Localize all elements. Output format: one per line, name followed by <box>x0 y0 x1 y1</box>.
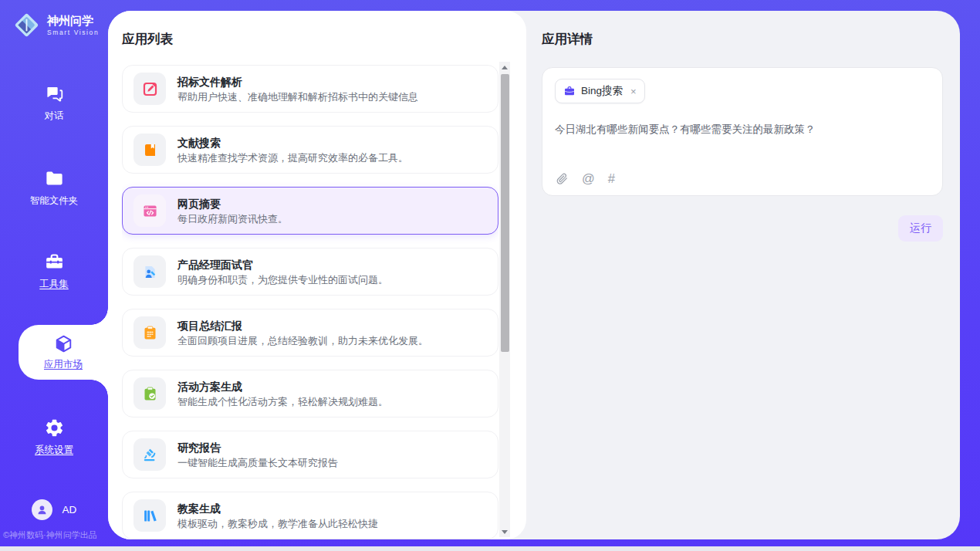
sidebar-item-chat[interactable]: 对话 <box>0 83 108 123</box>
app-card[interactable]: 项目总结汇报全面回顾项目进展，总结经验教训，助力未来优化发展。 <box>122 309 498 357</box>
gear-icon <box>44 417 65 438</box>
web-window-icon <box>133 194 166 227</box>
app-card-title: 文献搜索 <box>177 137 408 149</box>
cube-icon <box>53 333 74 354</box>
app-detail-title: 应用详情 <box>542 31 943 48</box>
sidebar-item-smart-folders[interactable]: 智能文件夹 <box>0 168 108 208</box>
app-card-title: 网页摘要 <box>177 198 288 210</box>
prompt-toolbar: @ # <box>556 172 615 185</box>
sidebar-item-label: 系统设置 <box>35 444 73 457</box>
scroll-up-arrow-icon[interactable] <box>499 62 510 73</box>
user-row[interactable]: AD <box>0 499 108 520</box>
app-card-description: 智能生成个性化活动方案，轻松解决规划难题。 <box>177 397 388 407</box>
tool-chip-label: Bing搜索 <box>581 84 623 98</box>
app-card[interactable]: 文献搜索快速精准查找学术资源，提高研究效率的必备工具。 <box>122 126 498 174</box>
query-text: 今日湖北有哪些新闻要点？有哪些需要关注的最新政策？ <box>555 122 930 137</box>
microscope-icon <box>133 438 166 471</box>
app-card[interactable]: 网页摘要每日政府新闻资讯快查。 <box>122 187 498 235</box>
sidebar-item-settings[interactable]: 系统设置 <box>0 417 108 457</box>
app-card-title: 教案生成 <box>177 502 378 515</box>
briefcase-icon <box>563 85 576 97</box>
tool-chip-bing-search[interactable]: Bing搜索 × <box>555 79 645 103</box>
app-list-panel: 应用列表 招标文件解析帮助用户快速、准确地理解和解析招标书中的关键信息文献搜索快… <box>108 11 526 539</box>
copyright-text: ©神州数码·神州问学出品 <box>3 529 97 541</box>
app-card[interactable]: 招标文件解析帮助用户快速、准确地理解和解析招标书中的关键信息 <box>122 65 498 113</box>
brand-logo: 神州问学 Smart Vision <box>12 11 99 39</box>
user-initials: AD <box>63 504 77 516</box>
app-window: 神州问学 Smart Vision 对话智能文件夹工具集应用市场系统设置 AD … <box>0 0 980 551</box>
scroll-down-arrow-icon[interactable] <box>499 526 510 537</box>
app-card-description: 帮助用户快速、准确地理解和解析招标书中的关键信息 <box>177 92 418 103</box>
app-list-title: 应用列表 <box>122 31 173 48</box>
app-card[interactable]: 研究报告一键智能生成高质量长文本研究报告 <box>122 431 498 478</box>
app-card-description: 全面回顾项目进展，总结经验教训，助力未来优化发展。 <box>177 336 428 346</box>
sidebar-item-label: 智能文件夹 <box>30 194 79 208</box>
app-card-description: 模板驱动，教案秒成，教学准备从此轻松快捷 <box>177 519 378 529</box>
app-card-title: 研究报告 <box>177 441 338 454</box>
run-button[interactable]: 运行 <box>898 215 943 242</box>
book-icon <box>133 134 166 166</box>
prompt-card: Bing搜索 × 今日湖北有哪些新闻要点？有哪些需要关注的最新政策？ @ # <box>542 67 943 196</box>
interviewer-icon <box>133 255 166 288</box>
app-card-title: 活动方案生成 <box>177 380 388 393</box>
mention-icon[interactable]: @ <box>582 172 595 185</box>
scrollbar-thumb[interactable] <box>501 74 509 352</box>
hash-icon[interactable]: # <box>608 172 615 185</box>
sidebar-item-label: 应用市场 <box>44 358 83 371</box>
app-card-description: 快速精准查找学术资源，提高研究效率的必备工具。 <box>177 153 408 164</box>
window-bottom-edge <box>0 546 980 551</box>
app-card-description: 每日政府新闻资讯快查。 <box>177 214 288 225</box>
brand-diamond-icon <box>12 11 41 39</box>
clipboard-check-icon <box>133 377 166 410</box>
brand-subtitle: Smart Vision <box>47 29 99 36</box>
books-icon <box>133 499 166 532</box>
sidebar-item-toolset[interactable]: 工具集 <box>0 252 108 291</box>
folder-icon <box>44 168 65 189</box>
brand-name: 神州问学 <box>47 14 99 27</box>
attachment-icon[interactable] <box>556 172 569 185</box>
app-card-description: 一键智能生成高质量长文本研究报告 <box>177 458 338 468</box>
app-detail-panel: 应用详情 Bing搜索 × 今日湖北有哪些新闻要点？有哪些需要关注的最新政策？ … <box>526 11 960 539</box>
doc-edit-icon <box>133 73 166 105</box>
app-card-title: 产品经理面试官 <box>177 259 388 271</box>
clipboard-icon <box>133 316 166 349</box>
sidebar-item-app-market[interactable]: 应用市场 <box>19 325 108 380</box>
toolbox-icon <box>44 252 65 272</box>
app-card-description: 明确身份和职责，为您提供专业性的面试问题。 <box>177 275 388 286</box>
app-card[interactable]: 活动方案生成智能生成个性化活动方案，轻松解决规划难题。 <box>122 370 498 417</box>
app-card[interactable]: 产品经理面试官明确身份和职责，为您提供专业性的面试问题。 <box>122 248 498 296</box>
scrollbar[interactable] <box>499 62 510 537</box>
sidebar-item-label: 工具集 <box>39 278 69 291</box>
app-card[interactable]: 教案生成模板驱动，教案秒成，教学准备从此轻松快捷 <box>122 492 498 539</box>
app-card-list: 招标文件解析帮助用户快速、准确地理解和解析招标书中的关键信息文献搜索快速精准查找… <box>122 65 498 539</box>
chip-close-icon[interactable]: × <box>630 86 637 96</box>
app-card-title: 项目总结汇报 <box>177 319 428 332</box>
sidebar: 神州问学 Smart Vision 对话智能文件夹工具集应用市场系统设置 AD … <box>0 0 108 546</box>
main-content: 应用列表 招标文件解析帮助用户快速、准确地理解和解析招标书中的关键信息文献搜索快… <box>108 11 960 539</box>
avatar <box>32 499 52 520</box>
chat-icon <box>44 83 65 104</box>
sidebar-item-label: 对话 <box>45 110 64 123</box>
app-card-title: 招标文件解析 <box>177 76 418 88</box>
